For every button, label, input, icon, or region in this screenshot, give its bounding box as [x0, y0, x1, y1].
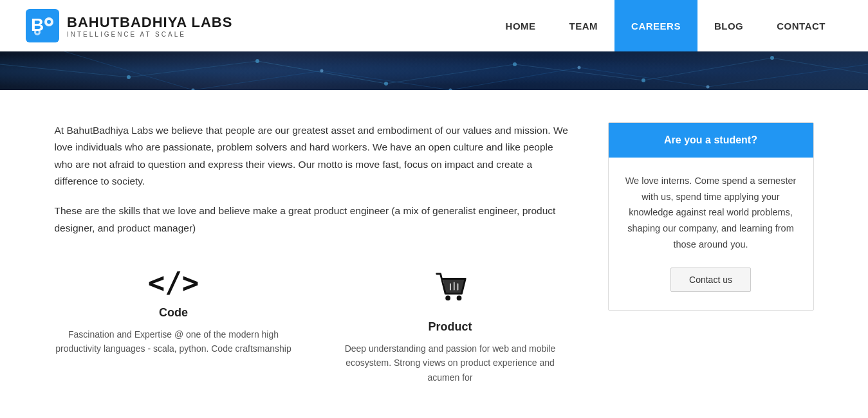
right-sidebar: Are you a student? We love interns. Come… — [608, 122, 814, 385]
svg-point-21 — [384, 82, 388, 86]
svg-point-24 — [770, 56, 774, 60]
svg-line-13 — [64, 51, 193, 90]
left-column: At BahutBadhiya Labs we believe that peo… — [55, 122, 569, 385]
nav-contact[interactable]: CONTACT — [760, 0, 842, 51]
svg-point-3 — [47, 20, 51, 24]
svg-point-26 — [320, 69, 324, 73]
svg-point-22 — [513, 62, 517, 66]
code-icon: </> — [55, 269, 293, 297]
svg-line-18 — [708, 64, 868, 87]
svg-line-11 — [643, 58, 772, 80]
navbar: B BAHUTBADHIYA LABS INTELLIGENCE AT SCAL… — [0, 0, 868, 51]
hero-banner — [0, 51, 868, 90]
svg-point-20 — [255, 59, 259, 63]
svg-point-23 — [642, 78, 645, 82]
student-card: Are you a student? We love interns. Come… — [608, 122, 814, 311]
svg-point-30 — [445, 296, 450, 301]
neural-background — [0, 51, 868, 90]
skill-product-title: Product — [331, 320, 569, 334]
skill-product-desc: Deep understanding and passion for web a… — [331, 341, 569, 385]
nav-careers[interactable]: CAREERS — [614, 0, 697, 51]
svg-point-5 — [36, 31, 39, 33]
svg-line-6 — [0, 64, 129, 77]
logo-title: BAHUTBADHIYA LABS — [67, 14, 232, 31]
student-card-header: Are you a student? — [609, 123, 813, 158]
nav-links: HOME TEAM CAREERS BLOG CONTACT — [489, 0, 842, 51]
svg-line-7 — [129, 61, 257, 77]
skills-section: </> Code Fascination and Expertise @ one… — [55, 269, 569, 385]
skill-code-title: Code — [55, 306, 293, 320]
svg-point-27 — [449, 89, 452, 91]
svg-line-17 — [579, 68, 708, 87]
logo-text: BAHUTBADHIYA LABS INTELLIGENCE AT SCALE — [67, 14, 232, 38]
student-card-body: We love interns. Come spend a semester w… — [609, 158, 813, 310]
svg-point-28 — [578, 66, 581, 69]
nav-team[interactable]: TEAM — [553, 0, 615, 51]
skill-product: Product Deep understanding and passion f… — [331, 269, 569, 385]
svg-point-29 — [706, 86, 710, 89]
svg-point-31 — [456, 296, 461, 301]
svg-point-25 — [192, 89, 195, 91]
student-card-text: We love interns. Come spend a semester w… — [624, 173, 798, 252]
logo-subtitle: INTELLIGENCE AT SCALE — [67, 31, 232, 38]
contact-us-button[interactable]: Contact us — [670, 268, 751, 292]
cart-icon — [331, 269, 569, 311]
logo-icon: B — [26, 9, 59, 42]
skill-code: </> Code Fascination and Expertise @ one… — [55, 269, 293, 385]
main-content: At BahutBadhiya Labs we believe that peo… — [16, 90, 853, 410]
svg-line-12 — [772, 58, 868, 74]
logo[interactable]: B BAHUTBADHIYA LABS INTELLIGENCE AT SCAL… — [26, 9, 232, 42]
nav-blog[interactable]: BLOG — [697, 0, 760, 51]
svg-line-15 — [322, 71, 450, 90]
intro-paragraph-2: These are the skills that we love and be… — [55, 203, 569, 237]
intro-paragraph-1: At BahutBadhiya Labs we believe that peo… — [55, 122, 569, 190]
nav-home[interactable]: HOME — [489, 0, 553, 51]
svg-point-19 — [127, 75, 131, 79]
skill-code-desc: Fascination and Expertise @ one of the m… — [55, 327, 293, 356]
svg-line-14 — [193, 71, 322, 90]
svg-line-9 — [386, 64, 515, 84]
